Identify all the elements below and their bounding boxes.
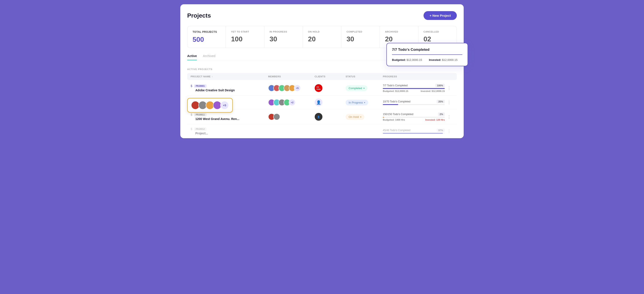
chevron-down-icon: ▾ xyxy=(360,116,361,118)
project-tag-row: $ PRJ0012 xyxy=(190,127,268,131)
status-label: In Progress xyxy=(348,101,363,104)
progress-top: 45/46 Todo's Completed 97% xyxy=(383,129,445,132)
todo-text: 45/46 Todo's Completed xyxy=(383,129,410,132)
client-logo: 👤 xyxy=(315,113,322,121)
sort-icon: ↑ xyxy=(212,75,213,78)
status-cell: On Hold ▾ xyxy=(346,114,383,120)
table-row: $ PRJ0001 Adobe Creative Suit Design +5 … xyxy=(187,81,457,96)
progress-bar-fill xyxy=(383,117,384,118)
status-badge-inprogress[interactable]: In Progress ▾ xyxy=(346,100,368,105)
client-cell: AirAsia xyxy=(315,84,346,92)
new-project-button[interactable]: + New Project xyxy=(424,11,457,20)
status-badge-onhold[interactable]: On Hold ▾ xyxy=(346,114,364,120)
budget-row: Budgeted: 1400 Hrs Invested: 139 Hrs xyxy=(383,119,445,121)
stat-total-label: TOTAL PROJECTS xyxy=(192,30,220,33)
project-name: Adobe Creative Suit Design xyxy=(190,89,268,92)
th-project-name[interactable]: PROJECT NAME ↑ xyxy=(190,75,268,78)
todo-text: 10/70 Todo's Completed xyxy=(383,100,410,103)
stat-completed-value: 30 xyxy=(346,35,374,43)
avatar-stack: +2 xyxy=(268,99,296,106)
dollar-icon: $ xyxy=(190,127,192,131)
th-progress: PROGRESS xyxy=(383,75,445,78)
tooltip-divider xyxy=(392,54,462,55)
progress-bar-bg xyxy=(383,133,445,134)
project-name: 1200 West Grand Avenu. Ren... xyxy=(190,117,268,121)
dollar-icon: $ xyxy=(190,84,192,88)
more-button[interactable]: ⋮ xyxy=(445,114,454,120)
stat-yet-value: 100 xyxy=(231,35,259,43)
stat-in-progress: IN PROGRESS 30 xyxy=(264,26,303,48)
more-button[interactable]: ⋮ xyxy=(445,128,454,134)
client-logo: 👤 xyxy=(315,99,322,106)
project-tag-row: $ PRJ0011 xyxy=(190,113,268,116)
avatar-stack: +5 xyxy=(268,85,301,92)
stat-archived-label: ARCHIVED xyxy=(385,30,413,33)
progress-bar-bg xyxy=(383,88,445,89)
tooltip-invested: Invested: $12,0000.15 xyxy=(429,58,458,61)
status-badge-completed[interactable]: Completed ▾ xyxy=(346,85,368,91)
project-tag: PRJ0012 xyxy=(194,128,206,131)
tab-archived[interactable]: Archived xyxy=(203,54,215,60)
progress-bar-bg xyxy=(383,117,445,118)
tooltip-card: 7/7 Todo's Completed Budgeted: $12,0000.… xyxy=(386,43,468,66)
stat-yet-to-start: YET TO START 100 xyxy=(226,26,264,48)
stat-completed-label: COMPLETED xyxy=(346,30,374,33)
stat-on-hold: ON HOLD 20 xyxy=(303,26,341,48)
invested-text: Invested: 139 Hrs xyxy=(425,119,445,121)
members-cell: +2 xyxy=(268,99,315,106)
client-cell: 👤 xyxy=(315,113,346,121)
client-cell: 👤 xyxy=(315,99,346,106)
stat-total: TOTAL PROJECTS 500 xyxy=(188,26,226,48)
progress-top: 150/150 Todo's Completed 2% xyxy=(383,113,445,116)
stat-inprogress-value: 30 xyxy=(270,35,298,43)
avatar-count: +5 xyxy=(294,85,301,92)
member-popup: +5 xyxy=(187,98,233,113)
chevron-down-icon: ▾ xyxy=(364,87,364,89)
tooltip-budgeted-label: Budgeted: xyxy=(392,58,406,61)
main-card: Projects + New Project TOTAL PROJECTS 50… xyxy=(180,4,464,138)
budgeted-text: Budgeted: $12,0000.15 xyxy=(383,90,408,92)
progress-top: 10/70 Todo's Completed 25% xyxy=(383,100,445,103)
tooltip-budgeted-value: $12,0000.15 xyxy=(406,58,422,61)
tooltip-invested-value: $12,0000.15 xyxy=(442,58,458,61)
tab-active[interactable]: Active xyxy=(187,54,197,60)
project-tag-row: $ PRJ0001 xyxy=(190,84,268,88)
status-cell: Completed ▾ xyxy=(346,85,383,91)
th-actions xyxy=(445,75,454,78)
th-name-label: PROJECT NAME xyxy=(190,75,210,78)
stat-inprogress-label: IN PROGRESS xyxy=(270,30,298,33)
progress-bar-fill xyxy=(383,133,443,134)
progress-pct: 25% xyxy=(437,100,445,103)
avatar-stack xyxy=(268,113,280,120)
members-cell: +5 xyxy=(268,85,315,92)
members-cell xyxy=(268,113,315,120)
progress-bar-fill xyxy=(383,104,398,105)
status-cell: In Progress ▾ xyxy=(346,100,383,105)
popup-count: +5 xyxy=(220,101,229,110)
progress-top: 7/7 Todo's Completed 100% xyxy=(383,84,445,87)
project-name: Project... xyxy=(190,132,268,135)
more-button[interactable]: ⋮ xyxy=(445,85,454,91)
tooltip-budget: Budgeted: $12,0000.15 Invested: $12,0000… xyxy=(392,58,462,61)
page-title: Projects xyxy=(187,12,211,19)
stat-onhold-value: 20 xyxy=(308,35,336,43)
th-clients: CLIENTS xyxy=(315,75,346,78)
chevron-down-icon: ▾ xyxy=(364,101,365,104)
avatar-count: +2 xyxy=(289,99,296,106)
stat-archived-value: 20 xyxy=(385,35,413,43)
todo-text: 7/7 Todo's Completed xyxy=(383,84,408,87)
table-row: $ PRJ0012 Project... 45/46 Todo's Comple… xyxy=(187,124,457,138)
progress-cell: 150/150 Todo's Completed 2% Budgeted: 14… xyxy=(383,113,445,121)
progress-bar-fill xyxy=(383,88,445,89)
dollar-icon: $ xyxy=(190,113,192,116)
project-tag: PRJ0001 xyxy=(194,84,206,88)
todo-text: 150/150 Todo's Completed xyxy=(383,113,413,116)
progress-pct: 100% xyxy=(435,84,445,87)
project-name-cell: $ PRJ0012 Project... xyxy=(190,127,268,135)
invested-text: Invested: $12,0000.15 xyxy=(420,90,445,92)
tooltip-title: 7/7 Todo's Completed xyxy=(392,48,462,52)
project-tag: PRJ0011 xyxy=(194,113,206,116)
stat-yet-label: YET TO START xyxy=(231,30,259,33)
more-button[interactable]: ⋮ xyxy=(445,99,454,106)
progress-cell: 45/46 Todo's Completed 97% xyxy=(383,129,445,134)
